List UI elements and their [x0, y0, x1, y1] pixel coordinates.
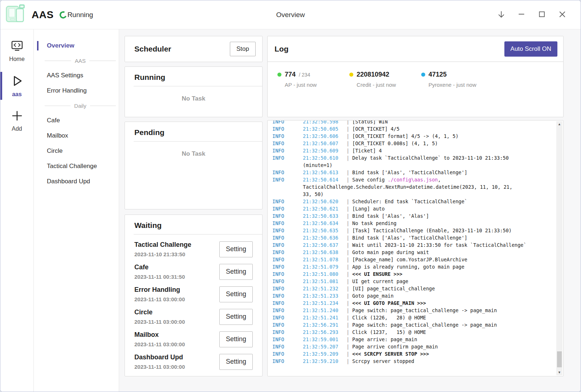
sidebar-item-overview[interactable]: Overview: [34, 38, 119, 53]
log-timestamp: 21:32:50.636: [303, 234, 344, 241]
log-separator: |: [344, 343, 352, 350]
rail-item-home[interactable]: Home: [0, 37, 33, 65]
rail-item-aas[interactable]: aas: [0, 71, 33, 101]
minimize-icon: [517, 9, 526, 20]
log-level: INFO: [272, 132, 303, 140]
setting-button-cafe[interactable]: Setting: [219, 264, 253, 280]
log-separator: |: [344, 198, 352, 205]
play-icon: [10, 74, 24, 89]
log-level: INFO: [272, 249, 303, 256]
sidebar-item-circle[interactable]: Circle: [34, 143, 119, 159]
log-separator: |: [344, 328, 352, 336]
log-level: INFO: [272, 299, 303, 307]
log-level: [272, 183, 303, 191]
log-separator: |: [344, 307, 352, 314]
waiting-item-cafe: Cafe2023-11-11 00:31:50Setting: [134, 261, 253, 283]
log-line: INFO21:32:50.621|[Lang] auto: [272, 205, 552, 212]
log-line: INFO21:32:51.233|Goto page_main: [272, 292, 552, 299]
waiting-item-tactical-challenge: Tactical Challenge2023-11-10 21:33:50Set…: [134, 238, 253, 261]
log-timestamp: 21:32:51.241: [303, 314, 344, 321]
waiting-item-next-run: 2023-11-10 21:33:50: [134, 251, 191, 257]
active-indicator: [0, 72, 2, 100]
titlebar: AAS Running Overview: [0, 0, 581, 29]
rail-item-add[interactable]: Add: [0, 106, 33, 135]
stop-button[interactable]: Stop: [230, 42, 256, 56]
sidebar: OverviewAASAAS SettingsError HandlingDai…: [34, 29, 119, 392]
waiting-item-name: Cafe: [134, 264, 185, 271]
setting-button-circle[interactable]: Setting: [219, 309, 253, 325]
rail-item-label: Add: [12, 126, 22, 132]
log-level: INFO: [272, 169, 303, 176]
setting-button-mailbox[interactable]: Setting: [219, 331, 253, 347]
sidebar-item-mailbox[interactable]: Mailbox: [34, 128, 119, 143]
log-level: INFO: [272, 270, 303, 278]
close-button[interactable]: [557, 9, 568, 20]
scrollbar-thumb[interactable]: [557, 351, 562, 367]
running-spinner-icon: [58, 10, 68, 20]
waiting-item-info: Cafe2023-11-11 00:31:50: [134, 264, 185, 280]
scrollbar-up-icon[interactable]: ▲: [556, 121, 562, 127]
log-line: INFO21:32:51.078|[Package_name] com.Yost…: [272, 256, 552, 263]
log-line: INFO21:32:50.634|No task pending: [272, 220, 552, 227]
log-message: Save config ./config\aas.json,: [352, 176, 552, 183]
maximize-button[interactable]: [536, 9, 547, 20]
log-separator: |: [344, 336, 352, 343]
log-line: INFO21:32:51.232|[UI] page_tactical_chal…: [272, 285, 552, 292]
log-level: [272, 162, 303, 169]
stat-dot-icon: [421, 73, 425, 77]
waiting-item-info: Mailbox2023-11-11 03:00:00: [134, 331, 185, 347]
log-timestamp: 21:32:51.078: [303, 256, 344, 263]
waiting-title: Waiting: [134, 221, 162, 229]
log-level: INFO: [272, 307, 303, 314]
waiting-item-info: Dashboard Upd2023-11-11 03:00:00: [134, 354, 185, 370]
stat-dot-icon: [349, 73, 353, 77]
download-button[interactable]: [496, 9, 507, 20]
stat-pyroxene: 47125Pyroxene - just now: [421, 71, 493, 88]
log-separator: |: [344, 176, 352, 183]
log-timestamp: 21:32:59.210: [303, 358, 344, 365]
log-message: [UI] page_tactical_challenge: [352, 285, 552, 292]
sidebar-item-aas-settings[interactable]: AAS Settings: [34, 68, 119, 83]
log-level: [272, 191, 303, 198]
stat-top: 220810942: [349, 71, 421, 78]
log-level: INFO: [272, 220, 303, 227]
stat-dot-icon: [277, 73, 281, 77]
setting-button-error-handling[interactable]: Setting: [219, 286, 253, 302]
sidebar-item-error-handling[interactable]: Error Handling: [34, 83, 119, 98]
waiting-item-info: Error Handling2023-11-11 03:00:00: [134, 286, 185, 302]
minimize-button[interactable]: [516, 9, 527, 20]
waiting-item-name: Tactical Challenge: [134, 241, 191, 249]
log-timestamp: 21:32:50.633: [303, 212, 344, 220]
log-line: INFO21:32:56.293|Click (1237, 15) @ HOME: [272, 328, 552, 336]
log-level: INFO: [272, 321, 303, 328]
log-message: Delay task `TacticalChallenge` to 2023-1…: [352, 154, 552, 162]
log-separator: |: [344, 249, 352, 256]
log-separator: |: [344, 125, 352, 132]
rail: HomeaasAdd: [0, 29, 34, 392]
setting-button-dashboard-upd[interactable]: Setting: [219, 354, 253, 370]
sidebar-item-cafe[interactable]: Cafe: [34, 113, 119, 128]
log-timestamp: 21:32:50.621: [303, 205, 344, 212]
log-stats: 774/ 234AP - just now220810942Credit - j…: [268, 62, 563, 88]
running-card: Running No Task: [125, 66, 263, 117]
log-level: INFO: [272, 336, 303, 343]
content: Scheduler Stop Running No Task Pending N…: [119, 29, 581, 392]
log-message: Bind task ['Alas', 'TacticalChallenge']: [352, 234, 552, 241]
log-message: TacticalChallenge.Scheduler.NextRun=date…: [303, 183, 552, 191]
log-level: INFO: [272, 350, 303, 358]
waiting-item-next-run: 2023-11-11 03:00:00: [134, 319, 185, 325]
scrollbar-down-icon[interactable]: ▼: [556, 369, 562, 375]
log-separator: |: [344, 299, 352, 307]
log-message: Page switch: page_tactical_challenge -> …: [352, 307, 552, 314]
setting-button-tactical-challenge[interactable]: Setting: [219, 241, 253, 257]
auto-scroll-button[interactable]: Auto Scroll ON: [504, 41, 557, 57]
sidebar-item-dashboard-upd[interactable]: Dashboard Upd: [34, 174, 119, 189]
log-timestamp: 21:32:50.610: [303, 154, 344, 162]
stat-value: 47125: [428, 71, 447, 78]
log-line: INFO21:32:51.234|<<< UI GOTO PAGE_MAIN >…: [272, 299, 552, 307]
sidebar-item-tactical-challenge[interactable]: Tactical Challenge: [34, 159, 119, 174]
log-scrollbar[interactable]: ▲ ▼: [556, 121, 562, 375]
log-level: INFO: [272, 140, 303, 147]
log-message: [Package_name] com.YostarJP.BlueArchive: [352, 256, 552, 263]
log-title: Log: [275, 45, 288, 53]
